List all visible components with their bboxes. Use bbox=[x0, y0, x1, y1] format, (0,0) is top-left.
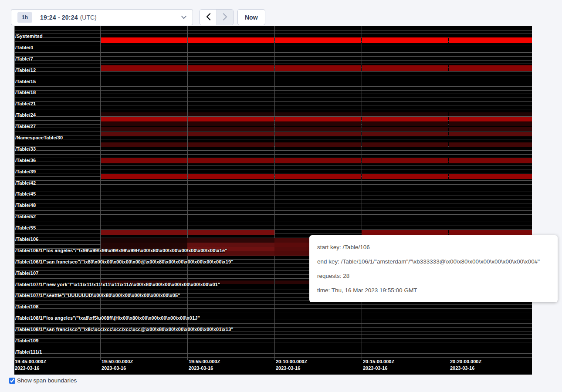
vertical-gridline bbox=[362, 26, 362, 360]
heatmap-band[interactable] bbox=[275, 142, 361, 147]
row-label: /Table/4 bbox=[15, 45, 33, 50]
now-button[interactable]: Now bbox=[237, 9, 265, 25]
heatmap-band[interactable] bbox=[188, 127, 274, 131]
next-window-button[interactable] bbox=[217, 10, 233, 25]
heatmap-band[interactable] bbox=[275, 37, 361, 43]
heatmap-band[interactable] bbox=[362, 65, 448, 71]
heatmap-band[interactable] bbox=[188, 174, 274, 179]
heatmap-band[interactable] bbox=[101, 230, 187, 235]
vertical-gridline bbox=[14, 26, 15, 360]
horizontal-gridline bbox=[14, 105, 532, 105]
x-axis-tick-label: 19:50:00.000Z2023-03-16 bbox=[102, 358, 133, 372]
heatmap-band[interactable] bbox=[101, 158, 187, 163]
heatmap-band[interactable] bbox=[449, 142, 532, 147]
heatmap-band[interactable] bbox=[275, 65, 361, 71]
row-label: /Table/18 bbox=[15, 90, 36, 95]
heatmap-band[interactable] bbox=[449, 127, 532, 131]
heatmap-band[interactable] bbox=[449, 37, 532, 43]
x-axis-tick-label: 20:15:00.000Z2023-03-16 bbox=[363, 358, 394, 372]
key-visualizer-heatmap[interactable]: /System/tsd/Table/4/Table/7/Table/12/Tab… bbox=[14, 26, 532, 375]
time-zone-label: (UTC) bbox=[80, 14, 97, 21]
footer: Show span boundaries bbox=[9, 377, 77, 384]
heatmap-band[interactable] bbox=[362, 230, 448, 235]
heatmap-band[interactable] bbox=[449, 112, 532, 116]
heatmap-band[interactable] bbox=[101, 132, 187, 136]
heatmap-band[interactable] bbox=[362, 158, 448, 163]
heatmap-band[interactable] bbox=[101, 117, 187, 122]
heatmap-band[interactable] bbox=[188, 230, 274, 235]
horizontal-gridline bbox=[14, 98, 532, 98]
horizontal-gridline bbox=[14, 207, 532, 207]
heatmap-band[interactable] bbox=[188, 158, 274, 163]
heatmap-band[interactable] bbox=[362, 142, 448, 147]
horizontal-gridline bbox=[14, 139, 532, 139]
horizontal-gridline bbox=[14, 173, 532, 173]
heatmap-band[interactable] bbox=[362, 132, 448, 136]
horizontal-gridline bbox=[14, 75, 532, 75]
heatmap-band[interactable] bbox=[362, 117, 448, 122]
heatmap-band[interactable] bbox=[362, 122, 448, 126]
row-label: /Table/52 bbox=[15, 214, 36, 219]
row-label: /Table/21 bbox=[15, 101, 36, 106]
heatmap-band[interactable] bbox=[362, 127, 448, 131]
heatmap-band[interactable] bbox=[449, 230, 532, 235]
horizontal-gridline bbox=[14, 150, 532, 151]
heatmap-band[interactable] bbox=[275, 122, 361, 126]
row-label: /Table/39 bbox=[15, 169, 36, 174]
heatmap-band[interactable] bbox=[275, 174, 361, 179]
row-label: /Table/107/1/"new york"/"\x11\x11\x11\x1… bbox=[15, 282, 220, 287]
row-label: /Table/42 bbox=[15, 180, 36, 186]
heatmap-band[interactable] bbox=[275, 132, 361, 136]
heatmap-band[interactable] bbox=[188, 112, 274, 116]
vertical-gridline bbox=[274, 26, 275, 360]
heatmap-band[interactable] bbox=[449, 65, 532, 71]
row-label: /Table/12 bbox=[15, 68, 36, 73]
heatmap-band[interactable] bbox=[101, 37, 187, 43]
vertical-gridline bbox=[187, 26, 188, 360]
horizontal-gridline bbox=[14, 45, 532, 45]
heatmap-band[interactable] bbox=[362, 174, 448, 179]
row-label: /Table/106 bbox=[15, 237, 38, 242]
heatmap-band[interactable] bbox=[101, 65, 187, 71]
heatmap-band[interactable] bbox=[101, 142, 187, 147]
heatmap-band[interactable] bbox=[449, 158, 532, 163]
horizontal-gridline bbox=[14, 90, 532, 91]
heatmap-band[interactable] bbox=[187, 243, 274, 247]
heatmap-band[interactable] bbox=[188, 37, 274, 43]
row-label: /Table/7 bbox=[15, 56, 33, 61]
heatmap-band[interactable] bbox=[101, 243, 187, 247]
heatmap-band[interactable] bbox=[101, 112, 187, 116]
heatmap-band[interactable] bbox=[101, 174, 187, 179]
time-range-label: 19:24 - 20:24 bbox=[40, 14, 78, 21]
heatmap-band[interactable] bbox=[188, 65, 274, 71]
previous-window-button[interactable] bbox=[200, 10, 217, 25]
heatmap-band[interactable] bbox=[101, 127, 187, 131]
heatmap-band[interactable] bbox=[188, 122, 274, 126]
heatmap-band[interactable] bbox=[188, 132, 274, 136]
horizontal-gridline bbox=[14, 94, 532, 94]
row-label: /Table/36 bbox=[15, 158, 36, 163]
row-label: /Table/15 bbox=[15, 79, 36, 84]
show-span-boundaries-checkbox[interactable] bbox=[9, 378, 15, 384]
heatmap-band[interactable] bbox=[188, 142, 274, 147]
heatmap-band[interactable] bbox=[275, 112, 361, 116]
heatmap-band[interactable] bbox=[187, 238, 274, 243]
heatmap-band[interactable] bbox=[188, 117, 274, 122]
heatmap-band[interactable] bbox=[449, 132, 532, 136]
heatmap-band[interactable] bbox=[362, 112, 448, 116]
heatmap-band[interactable] bbox=[449, 122, 532, 126]
time-window-select[interactable]: 1h 19:24 - 20:24 (UTC) bbox=[11, 9, 193, 25]
tooltip-end-key: end key: /Table/106/1/"amsterdam"/"\xb33… bbox=[317, 258, 550, 265]
heatmap-band[interactable] bbox=[449, 174, 532, 179]
heatmap-band[interactable] bbox=[275, 158, 361, 163]
heatmap-band[interactable] bbox=[275, 117, 361, 122]
vertical-gridline bbox=[449, 26, 449, 360]
heatmap-band[interactable] bbox=[449, 117, 532, 122]
horizontal-gridline bbox=[14, 229, 532, 230]
horizontal-gridline bbox=[14, 350, 532, 350]
x-axis-tick-label: 19:45:00.000Z2023-03-16 bbox=[15, 358, 46, 372]
heatmap-band[interactable] bbox=[101, 238, 187, 243]
heatmap-band[interactable] bbox=[362, 37, 448, 43]
heatmap-band[interactable] bbox=[275, 127, 361, 131]
heatmap-band[interactable] bbox=[101, 122, 187, 126]
